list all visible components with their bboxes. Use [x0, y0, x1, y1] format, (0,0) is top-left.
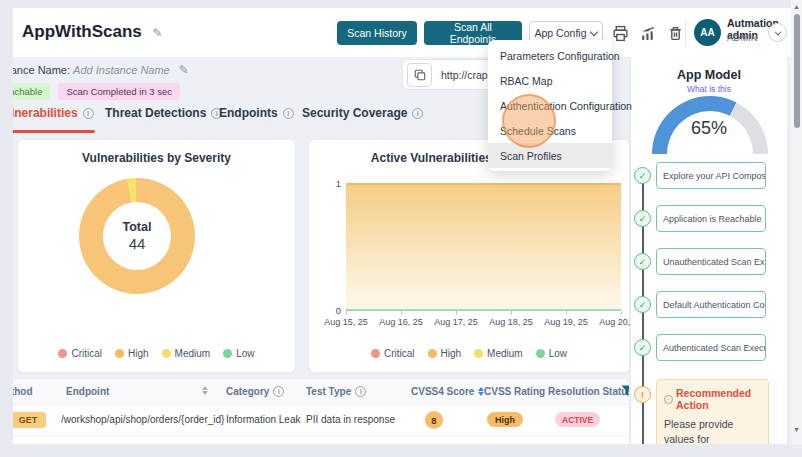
endpoint-sort-icon[interactable]	[202, 386, 208, 395]
endpoint-cell[interactable]: /workshop/api/shop/orders/{order_id}	[61, 414, 224, 425]
legend-label: Low	[549, 348, 567, 359]
table-row[interactable]: GET /workshop/api/shop/orders/{order_id}…	[13, 404, 629, 435]
legend-item-high[interactable]: High	[428, 348, 462, 359]
legend-item-high[interactable]: High	[115, 348, 149, 359]
x-tick-label: Aug 15, 25	[316, 317, 376, 327]
legend-label: Medium	[175, 348, 211, 359]
legend-item-low[interactable]: Low	[223, 348, 254, 359]
tab-endpoints[interactable]: Endpoints	[219, 106, 294, 120]
table-row-partial[interactable]: Security Misconfiguration HTTP data in R…	[13, 435, 629, 445]
recommended-action-box: Recommended Action Please provide values…	[656, 379, 769, 445]
tick-mark	[621, 311, 622, 315]
tab-vulnerabilities[interactable]: Vulnerabilities	[13, 106, 94, 120]
scan-completed-badge: Scan Completed in 3 sec	[58, 83, 180, 100]
tick-mark	[346, 311, 347, 315]
severity-chart-card: Vulnerabilities by Severity Total 44 Cri…	[17, 139, 296, 373]
legend-item-medium[interactable]: Medium	[162, 348, 211, 359]
page-title: AppWithScans ✎	[22, 22, 163, 42]
medium-dot-icon	[474, 349, 483, 358]
vertical-scrollbar[interactable]	[791, 0, 802, 445]
info-icon[interactable]	[273, 386, 284, 397]
column-cvss-rating[interactable]: CVSS Rating	[484, 386, 545, 397]
column-test-type[interactable]: Test Type	[306, 386, 366, 397]
printer-icon[interactable]	[612, 25, 629, 42]
legend-label: High	[441, 348, 462, 359]
legend-label: Medium	[487, 348, 523, 359]
tab-threat-detections[interactable]: Threat Detections	[105, 106, 222, 120]
info-icon[interactable]	[355, 386, 366, 397]
vulnerabilities-table: Method Endpoint Category Test Type CVSS4…	[13, 378, 630, 445]
column-resolution-status[interactable]: Resolution Status	[548, 386, 630, 397]
legend-item-critical[interactable]: Critical	[371, 348, 415, 359]
scroll-down-arrow-icon[interactable]	[791, 424, 802, 436]
cvss4-score-badge: 8	[425, 411, 443, 429]
legend-item-critical[interactable]: Critical	[58, 348, 102, 359]
app-config-menu: Parameters Configuration RBAC Map Authen…	[488, 40, 612, 171]
scan-history-button[interactable]: Scan History	[337, 21, 417, 45]
tab-security-coverage[interactable]: Security Coverage	[302, 106, 423, 120]
trend-chart-card: Active Vulnerabilities - Daily Trend 1 0…	[308, 139, 630, 373]
table-header: Method Endpoint Category Test Type CVSS4…	[13, 379, 629, 404]
cvss-rating-badge: High	[487, 412, 523, 427]
app-viewport: AppWithScans ✎ Scan History Scan All End…	[13, 8, 791, 445]
instance-name-label: Instance Name:	[13, 64, 70, 76]
menu-item-scan-profiles[interactable]: Scan Profiles	[488, 143, 612, 168]
analytics-icon[interactable]	[640, 25, 657, 42]
tick-mark	[456, 311, 457, 315]
edit-title-icon[interactable]: ✎	[153, 26, 163, 40]
x-tick-label: Aug 19, 25	[536, 317, 596, 327]
tab-label: Endpoints	[219, 106, 278, 120]
tick-mark	[566, 311, 567, 315]
info-icon[interactable]	[83, 108, 94, 119]
menu-item-parameters-configuration[interactable]: Parameters Configuration	[488, 43, 612, 68]
minus-circle-icon	[664, 395, 673, 404]
check-icon	[634, 339, 651, 356]
medium-dot-icon	[162, 349, 171, 358]
step-application-reachable[interactable]: Application is Reachable	[656, 205, 766, 232]
what-is-this-link[interactable]: What is this	[631, 84, 787, 94]
trend-plot-area[interactable]	[346, 183, 621, 311]
column-category[interactable]: Category	[226, 386, 284, 397]
app-config-label: App Config	[535, 27, 587, 39]
x-tick-label: Aug 18, 25	[481, 317, 541, 327]
legend-item-medium[interactable]: Medium	[474, 348, 523, 359]
app-header: AppWithScans ✎ Scan History Scan All End…	[13, 8, 791, 57]
recommended-action-title: Recommended Action	[664, 387, 761, 411]
edit-instance-icon[interactable]: ✎	[179, 63, 189, 77]
instance-name-placeholder[interactable]: Add Instance Name	[73, 64, 170, 76]
status-badges: Reachable Scan Completed in 3 sec	[13, 83, 180, 100]
step-authenticated-scan[interactable]: Authenticated Scan Executed	[656, 334, 766, 361]
filter-funnel-icon[interactable]	[621, 385, 630, 397]
check-icon	[634, 296, 651, 313]
donut-total-label: Total	[123, 220, 152, 234]
trash-icon[interactable]	[667, 25, 684, 42]
step-unauthenticated-scan[interactable]: Unauthenticated Scan Exe...	[656, 248, 766, 275]
test-type-cell: PII data in response	[306, 414, 395, 425]
scroll-up-arrow-icon[interactable]	[791, 1, 802, 13]
step-default-authentication[interactable]: Default Authentication Conf...	[656, 291, 766, 318]
y-axis-tick-max: 1	[315, 178, 341, 189]
column-endpoint[interactable]: Endpoint	[66, 386, 109, 397]
legend-item-low[interactable]: Low	[536, 348, 567, 359]
app-model-panel: App Model What is this 65% Explore your …	[630, 55, 788, 445]
user-role: ADMIN	[727, 32, 758, 43]
check-icon	[634, 210, 651, 227]
avatar[interactable]: AA	[694, 19, 721, 46]
column-method[interactable]: Method	[13, 386, 33, 397]
menu-item-authentication-configuration[interactable]: Authentication Configuration	[488, 93, 612, 118]
step-explore-api-composition[interactable]: Explore your API Composition	[656, 162, 766, 189]
copy-icon	[414, 69, 426, 81]
scrollbar-thumb[interactable]	[794, 14, 800, 128]
menu-item-rbac-map[interactable]: RBAC Map	[488, 68, 612, 93]
menu-item-schedule-scans[interactable]: Schedule Scans	[488, 118, 612, 143]
critical-dot-icon	[371, 349, 380, 358]
instance-name-row: Instance Name: Add Instance Name ✎	[13, 63, 189, 77]
severity-donut-chart[interactable]: Total 44	[79, 178, 195, 294]
info-icon[interactable]	[283, 108, 294, 119]
user-menu-button[interactable]	[768, 23, 787, 42]
info-icon[interactable]	[412, 108, 423, 119]
donut-total-value: 44	[129, 235, 146, 252]
column-cvss4-score[interactable]: CVSS4 Score	[411, 386, 484, 397]
copy-url-button[interactable]	[407, 63, 432, 87]
critical-dot-icon	[58, 349, 67, 358]
